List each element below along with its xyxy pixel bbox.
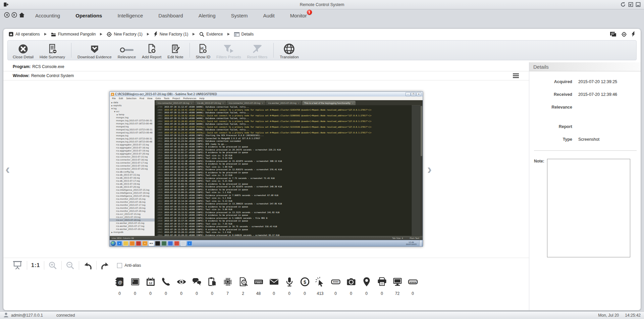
evidence-type-chat[interactable]: 0 [192,277,202,296]
breadcrumb-separator-icon [227,33,230,36]
toolbox-icon [136,241,141,246]
sublime-menu-file: File [112,97,116,100]
evidence-type-mail[interactable]: 0 [269,277,279,296]
edit-note-button[interactable]: Edit Note [164,42,186,59]
evidence-count: 0 [304,291,306,296]
evidence-toolbar: Close DetailHide SummaryDownload Evidenc… [7,40,637,60]
evidence-type-mic[interactable]: 0 [284,277,294,296]
evidence-type-calendar[interactable]: 120 [146,277,156,296]
breadcrumb-item-details[interactable]: Details [234,32,254,37]
download-icon [89,43,100,55]
minimize-icon: ‒ [406,92,411,96]
evidence-count: 0 [165,291,167,296]
details-field-acquired: Acquired2015-07-20 12:39:25 [529,79,641,84]
evidence-type-photo[interactable]: 0 [346,277,356,296]
rotate-left-button[interactable] [79,261,96,270]
evidence-type-position[interactable]: 0 [362,277,372,296]
breadcrumb-item-new-factory-1[interactable]: New Factory (1) [107,32,142,37]
evidence-type-money[interactable]: $0 [300,277,310,296]
target-icon [107,32,112,37]
evidence-type-print[interactable]: 0 [377,277,387,296]
show-id-button[interactable]: idShow ID [193,42,213,59]
forward-icon[interactable] [11,12,17,19]
media-player-icon [129,241,135,246]
calendar-icon: 12 [146,277,156,288]
evidence-type-url[interactable]: WWW0 [408,277,418,296]
next-evidence-button[interactable]: › [427,163,432,176]
info-icon: i [187,241,192,246]
evidence-type-file[interactable]: 2 [238,277,248,296]
breadcrumb-item-flummoxed-pangolin[interactable]: Flummoxed Pangolin [51,32,96,37]
image-icon[interactable] [610,31,617,37]
menu-item-audit[interactable]: Audit [256,13,282,18]
details-panel: Details Acquired2015-07-20 12:39:25Recei… [529,62,641,310]
application-icon: > [130,277,140,288]
menu-item-system[interactable]: System [223,13,256,18]
menu-item-accounting[interactable]: Accounting [28,13,68,18]
sublime-icon: S [111,93,114,96]
sublime-tree-item: rcs-intelligence_2015-07-19.log [110,191,155,194]
evidence-type-password[interactable]: ****0 [331,277,341,296]
refresh-icon[interactable] [620,2,626,7]
evidence-type-keylog[interactable]: 48 [254,277,264,296]
sublime-menu-view: View [147,97,153,100]
actual-size-button[interactable]: 1:1 [27,262,44,268]
evidence-type-screenshot[interactable]: 72 [392,277,402,296]
summary-menu-icon[interactable] [512,73,520,78]
relevance-button[interactable]: Relevance [115,42,139,59]
rotate-right-button[interactable] [97,261,114,270]
sublime-tree-item: mongoc.log [110,116,155,119]
download-evidence-button[interactable]: Download Evidence [74,42,115,59]
connection-status: connected [56,313,75,318]
note-input[interactable] [547,159,630,257]
statusbar: admin@127.0.0.1 connected Mon, Jul 20 14… [0,311,644,319]
sublime-tree-item: ▼ocr [110,110,155,113]
mic-icon [284,277,294,288]
antialias-control[interactable]: Anti-alias [117,263,141,268]
breadcrumb-item-new-factory-1[interactable]: New Factory (1) [154,31,188,37]
menu-item-dashboard[interactable]: Dashboard [151,13,191,18]
previous-evidence-button[interactable]: ‹ [5,163,10,176]
hide-summary-button[interactable]: Hide Summary [37,42,68,59]
home-icon[interactable] [19,12,25,19]
back-icon[interactable] [4,12,10,19]
add-report-button[interactable]: Add Report [139,42,164,59]
fit-screen-button[interactable] [12,261,27,270]
zoom-in-button[interactable] [44,261,61,270]
sublime-tree-item: rcs-worker_2015-07-20.log [110,228,155,231]
evidence-type-application[interactable]: >0 [130,277,140,296]
logged-user: admin@127.0.0.1 [11,313,43,318]
evidence-type-device[interactable]: 7 [223,277,233,296]
evidence-type-camera[interactable]: 0 [176,277,186,296]
evidence-type-call[interactable]: 0 [161,277,171,296]
add_report-icon [146,43,157,55]
zoom-out-button[interactable] [62,261,79,270]
sublime-tree-item: rcs-db_2015-07-16.log [110,176,155,179]
menu-item-intelligence[interactable]: Intelligence [110,13,151,18]
translation-button[interactable]: Translation [277,42,302,59]
mail-icon [269,277,279,288]
sublime-tree-item: rcs-db_2015-07-19.log [110,182,155,185]
evidence-type-addressbook[interactable]: @0 [115,277,125,296]
restore-icon[interactable] [628,2,633,7]
menu-item-operations[interactable]: Operations [68,13,110,18]
sublime-title: C:\RCS\DB\log\rcs-ocr_2015-07-20.log (DB… [115,93,217,96]
details-field-type: TypeScreenshot [529,137,641,142]
menu-item-monitor[interactable]: Monitor1 [282,13,315,18]
target-icon[interactable] [622,32,627,37]
minimize-icon[interactable] [636,2,641,7]
windows-taskbar: eSRCSi 13:49 20/07/2015 [109,240,423,247]
antialias-checkbox[interactable] [117,263,122,268]
close-detail-button[interactable]: Close Detail [10,42,37,59]
evidence-type-clipboard[interactable]: 0 [207,277,217,296]
breadcrumb-item-all-operations[interactable]: All operations [9,32,40,37]
evidence-count: 0 [180,291,182,296]
evidence-screenshot[interactable]: S C:\RCS\DB\log\rcs-ocr_2015-07-20.log (… [109,91,423,247]
toolbar-separator [190,43,190,58]
sublime-minimap [411,105,420,236]
evidence-type-mouse[interactable]: 413 [315,277,325,296]
agent-icon[interactable] [631,31,635,37]
menu-item-alerting[interactable]: Alerting [191,13,223,18]
breadcrumb-item-evidence[interactable]: Evidence [199,32,223,37]
sublime-tree-item: rcs-db_2015-07-15.log [110,173,155,176]
